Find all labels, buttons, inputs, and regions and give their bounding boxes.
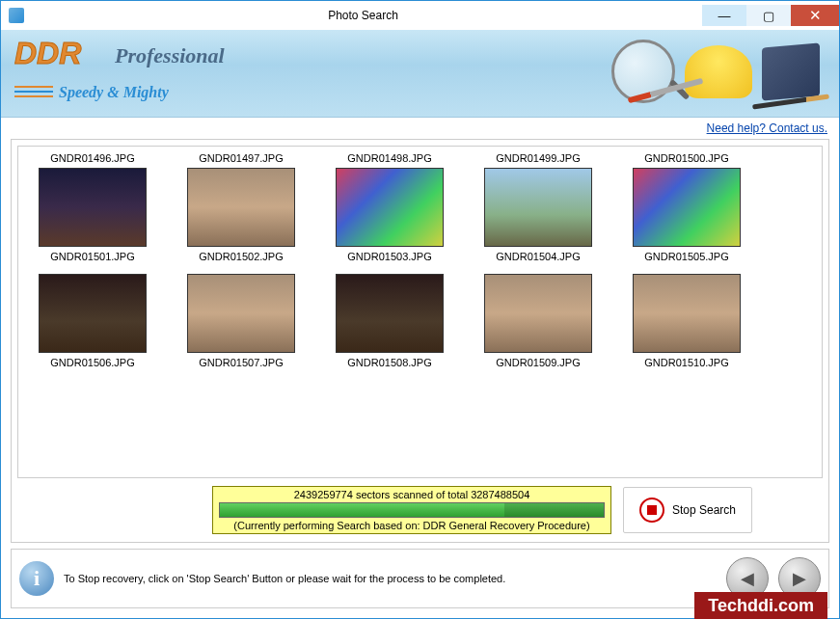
file-name[interactable]: GNDR01500.JPG (614, 152, 759, 164)
list-item: GNDR01509.JPG (466, 274, 610, 368)
app-icon (9, 8, 24, 23)
hardhat-icon (685, 45, 752, 98)
file-name[interactable]: GNDR01499.JPG (466, 152, 610, 164)
list-item: GNDR01496.JPG (20, 152, 165, 164)
stop-icon (639, 498, 664, 523)
list-item: GNDR01508.JPG (317, 274, 462, 368)
thumbnail-image[interactable] (484, 168, 592, 247)
help-link[interactable]: Need help? Contact us. (707, 121, 827, 135)
file-name: GNDR01509.JPG (466, 357, 610, 368)
thumbnail-image[interactable] (336, 274, 444, 353)
file-name: GNDR01510.JPG (614, 357, 759, 368)
list-item: GNDR01500.JPG (614, 152, 759, 164)
notebook-icon (762, 42, 820, 100)
info-icon: i (19, 561, 54, 596)
list-item: GNDR01498.JPG (317, 152, 462, 164)
thumbnail-image[interactable] (336, 168, 444, 247)
maximize-button[interactable]: ▢ (746, 5, 791, 26)
stop-search-button[interactable]: Stop Search (623, 487, 752, 533)
list-item: GNDR01503.JPG (317, 168, 462, 262)
file-name: GNDR01506.JPG (20, 357, 165, 368)
title-bar: Photo Search — ▢ ✕ (1, 1, 839, 30)
footer-hint: To Stop recovery, click on 'Stop Search'… (64, 573, 717, 584)
file-name: GNDR01507.JPG (169, 357, 313, 368)
procedure-status: (Currently performing Search based on: D… (219, 520, 605, 531)
thumbnail-image[interactable] (484, 274, 592, 353)
header-banner: DDR Professional Speedy & Mighty (1, 30, 839, 118)
list-item: GNDR01507.JPG (169, 274, 313, 368)
list-item: GNDR01504.JPG (466, 168, 610, 262)
progress-area: 2439259774 sectors scanned of total 3287… (204, 484, 828, 542)
file-name[interactable]: GNDR01496.JPG (20, 152, 165, 164)
help-link-bar: Need help? Contact us. (1, 118, 839, 139)
file-name: GNDR01503.JPG (317, 251, 462, 262)
stop-label: Stop Search (672, 503, 736, 517)
brand-logo: DDR (14, 36, 81, 71)
watermark: Techddi.com (694, 592, 827, 619)
thumbnail-image[interactable] (633, 274, 741, 353)
app-window: Photo Search — ▢ ✕ DDR Professional Spee… (0, 0, 840, 619)
list-item: GNDR01502.JPG (169, 168, 313, 262)
tagline: Speedy & Mighty (59, 84, 169, 101)
close-button[interactable]: ✕ (791, 5, 839, 26)
file-name[interactable]: GNDR01498.JPG (317, 152, 462, 164)
list-item: GNDR01501.JPG (20, 168, 165, 262)
decoration-lines (14, 86, 53, 97)
list-item: GNDR01506.JPG (20, 274, 165, 368)
thumbnail-image[interactable] (187, 274, 295, 353)
list-item: GNDR01499.JPG (466, 152, 610, 164)
thumbnail-image[interactable] (187, 168, 295, 247)
file-name: GNDR01504.JPG (466, 251, 610, 262)
thumbnail-image[interactable] (39, 168, 147, 247)
list-item: GNDR01510.JPG (614, 274, 759, 368)
progress-box: 2439259774 sectors scanned of total 3287… (212, 486, 611, 534)
thumbnail-image[interactable] (633, 168, 741, 247)
progress-bar (219, 502, 605, 518)
file-name: GNDR01508.JPG (317, 357, 462, 368)
thumbnail-image[interactable] (39, 274, 147, 353)
file-name: GNDR01502.JPG (169, 251, 313, 262)
list-item: GNDR01505.JPG (614, 168, 759, 262)
file-name: GNDR01501.JPG (20, 251, 165, 262)
thumbnail-list[interactable]: GNDR01496.JPG GNDR01497.JPG GNDR01498.JP… (17, 146, 823, 478)
sectors-status: 2439259774 sectors scanned of total 3287… (219, 489, 605, 500)
list-item: GNDR01497.JPG (169, 152, 313, 164)
content-panel: GNDR01496.JPG GNDR01497.JPG GNDR01498.JP… (11, 139, 829, 543)
window-title: Photo Search (24, 9, 702, 22)
product-name: Professional (115, 43, 225, 68)
minimize-button[interactable]: — (702, 5, 746, 26)
file-name: GNDR01505.JPG (614, 251, 759, 262)
file-name[interactable]: GNDR01497.JPG (169, 152, 313, 164)
